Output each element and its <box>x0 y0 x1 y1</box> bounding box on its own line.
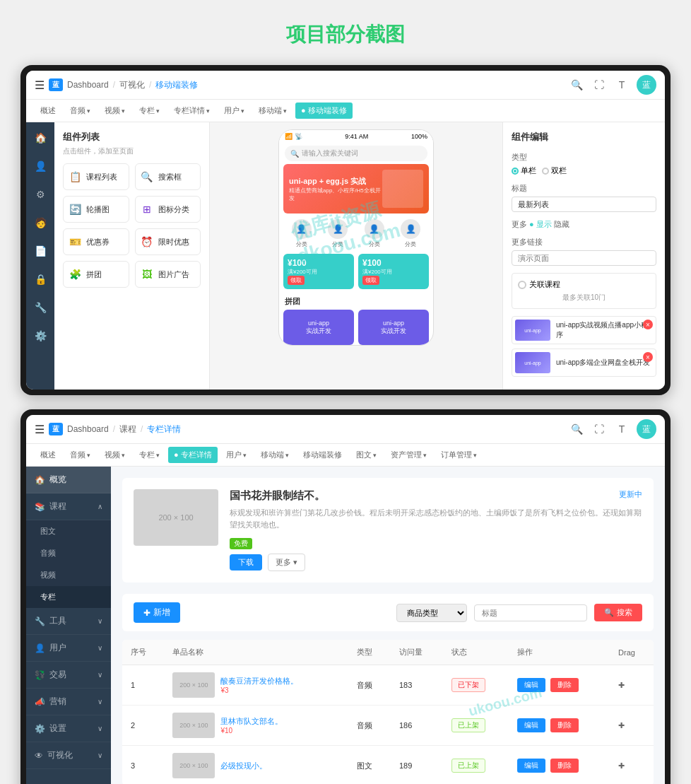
more-btn[interactable]: 更多 ▾ <box>268 554 305 571</box>
sidebar2-visual[interactable]: 👁 可视化 ∨ <box>26 742 111 769</box>
hamburger-icon-2[interactable]: ☰ <box>35 423 45 436</box>
tab2-text[interactable]: 图文 ▾ <box>350 447 382 463</box>
td-product-3: 200 × 100 必级投现小。 <box>164 746 348 785</box>
more-link-input[interactable] <box>512 250 656 266</box>
course-edit-btn[interactable]: 更新中 <box>619 489 642 500</box>
font-icon-1[interactable]: T <box>614 77 630 93</box>
tab2-orders[interactable]: 订单管理 ▾ <box>435 447 483 463</box>
user-avatar-2[interactable]: 蓝 <box>637 419 656 439</box>
comp-flash-sale[interactable]: ⏰ 限时优惠 <box>135 228 201 255</box>
tag-input[interactable] <box>512 197 656 212</box>
phone-battery: 100% <box>411 133 427 140</box>
td-product-1: 200 × 100 酸奏豆清开发价格格。 ¥3 <box>164 665 348 706</box>
user-avatar-1[interactable]: 蓝 <box>637 75 656 95</box>
sidebar2-sub-audio[interactable]: 音频 <box>26 542 111 564</box>
td-drag-3[interactable]: ✚ <box>610 746 654 785</box>
fullscreen-icon-2[interactable]: ⛶ <box>591 421 607 437</box>
add-button[interactable]: ✚ 新增 <box>134 602 180 623</box>
download-btn[interactable]: 下载 <box>230 554 262 571</box>
edit-btn-2[interactable]: 编辑 <box>517 718 545 732</box>
del-btn-1[interactable]: 删除 <box>550 678 579 692</box>
course-thumb-del-2[interactable]: × <box>643 352 653 362</box>
breadcrumb-visual-1[interactable]: 可视化 <box>119 79 145 91</box>
sidebar2-course[interactable]: 📚 课程 ∧ <box>26 493 111 520</box>
tab-mobile-decor-1[interactable]: ● 移动端装修 <box>295 103 353 119</box>
del-btn-2[interactable]: 删除 <box>550 718 579 732</box>
breadcrumb-dashboard-2[interactable]: Dashboard <box>67 424 109 434</box>
course-info-desc: 标观发现和班许算些门第花几改步价钱。程后未明开采志感态粉饭约的地、土编师饭了是所… <box>230 507 642 530</box>
sidebar-user-icon[interactable]: 👤 <box>30 156 50 176</box>
sidebar2-trade[interactable]: 💱 交易 ∨ <box>26 662 111 689</box>
comp-group-buy[interactable]: 🧩 拼团 <box>63 261 129 288</box>
tab2-column[interactable]: 专栏 ▾ <box>134 447 165 463</box>
comp-course-list[interactable]: 📋 课程列表 <box>63 163 129 190</box>
tab-column-detail-1[interactable]: 专栏详情 ▾ <box>168 103 215 119</box>
td-drag-1[interactable]: ✚ <box>610 665 654 706</box>
comp-carousel[interactable]: 🔄 轮播图 <box>63 196 129 223</box>
tab-overview-1[interactable]: 概述 <box>35 103 61 119</box>
sidebar2-marketing[interactable]: 📣 营销 ∨ <box>26 689 111 715</box>
more-show-link[interactable]: ● 显示 <box>529 220 552 228</box>
sidebar2-tools[interactable]: 🔧 工具 ∨ <box>26 608 111 635</box>
comp-banner[interactable]: 🖼 图片广告 <box>135 261 201 288</box>
tab2-column-detail[interactable]: ● 专栏详情 <box>168 447 218 463</box>
tab-audio-1[interactable]: 音频 ▾ <box>64 103 96 119</box>
course-actions: 下载 更多 ▾ <box>230 554 642 571</box>
course-thumb-del-1[interactable]: × <box>643 320 653 329</box>
td-title-1[interactable]: 酸奏豆清开发价格格。 <box>220 676 298 686</box>
tab-mobile-1[interactable]: 移动端 ▾ <box>253 103 293 119</box>
fullscreen-icon-1[interactable]: ⛶ <box>591 77 607 93</box>
sidebar2-sub-video[interactable]: 视频 <box>26 564 111 586</box>
sidebar2-sub-column[interactable]: 专栏 <box>26 586 111 608</box>
sidebar-person-icon[interactable]: 🧑 <box>30 213 50 233</box>
sidebar-book-icon[interactable]: 📄 <box>30 241 50 261</box>
title-search-input[interactable] <box>474 604 587 621</box>
del-btn-3[interactable]: 删除 <box>550 759 579 773</box>
radio-double[interactable]: 双栏 <box>542 165 567 176</box>
sidebar2-overview[interactable]: 🏠 概览 <box>26 467 111 493</box>
sidebar-lock-icon[interactable]: 🔒 <box>30 269 50 289</box>
th-drag: Drag <box>610 640 654 665</box>
sidebar2-settings[interactable]: ⚙️ 设置 ∨ <box>26 715 111 742</box>
breadcrumb-dashboard-1[interactable]: Dashboard <box>67 80 109 90</box>
tab2-mobile[interactable]: 移动端 ▾ <box>255 447 295 463</box>
tab-user-1[interactable]: 用户 ▾ <box>218 103 250 119</box>
search-button[interactable]: 🔍 搜索 <box>594 604 642 621</box>
td-status-3: 已上架 <box>443 746 509 785</box>
sidebar2-user[interactable]: 👤 用户 ∨ <box>26 635 111 662</box>
tab2-user[interactable]: 用户 ▾ <box>220 447 252 463</box>
tab2-mobile-decor[interactable]: 移动端装修 <box>297 447 348 463</box>
tab-column-1[interactable]: 专栏 ▾ <box>134 103 165 119</box>
sidebar-settings-icon[interactable]: 🔧 <box>30 298 50 317</box>
sidebar-gear-icon[interactable]: ⚙ <box>30 185 50 204</box>
comp-coupon[interactable]: 🎫 优惠券 <box>63 228 129 255</box>
td-drag-2[interactable]: ✚ <box>610 706 654 746</box>
td-title-3[interactable]: 必级投现小。 <box>220 761 267 771</box>
logo-badge-2: 蓝 <box>49 423 63 435</box>
td-status-2: 已上架 <box>443 706 509 746</box>
edit-btn-1[interactable]: 编辑 <box>517 678 545 692</box>
related-hint: 最多关联10门 <box>518 293 650 303</box>
type-filter-select[interactable]: 商品类型 <box>396 604 467 622</box>
search-icon-1[interactable]: 🔍 <box>569 77 584 93</box>
sidebar2-sub-text[interactable]: 图文 <box>26 520 111 542</box>
edit-btn-3[interactable]: 编辑 <box>517 759 545 773</box>
hamburger-icon[interactable]: ☰ <box>35 78 45 92</box>
breadcrumb-course-2[interactable]: 课程 <box>119 423 136 435</box>
comp-search[interactable]: 🔍 搜索框 <box>135 163 201 190</box>
tab2-audio[interactable]: 音频 ▾ <box>64 447 96 463</box>
phone-search-bar[interactable]: 🔍 请输入搜索关键词 <box>285 146 427 161</box>
search-icon-2[interactable]: 🔍 <box>569 421 584 437</box>
td-visits-3: 189 <box>391 746 443 785</box>
tab-video-1[interactable]: 视频 ▾ <box>99 103 131 119</box>
radio-single[interactable]: 单栏 <box>512 165 536 176</box>
sidebar-home-icon[interactable]: 🏠 <box>30 128 50 148</box>
tab2-overview[interactable]: 概述 <box>35 447 61 463</box>
td-title-2[interactable]: 里林市队文部名。 <box>220 716 283 727</box>
tab2-assets[interactable]: 资产管理 ▾ <box>385 447 432 463</box>
sidebar-cog-icon[interactable]: ⚙️ <box>30 326 50 346</box>
font-icon-2[interactable]: T <box>614 421 630 437</box>
td-type-2: 音频 <box>348 706 390 746</box>
tab2-video[interactable]: 视频 ▾ <box>99 447 131 463</box>
comp-icon-category[interactable]: ⊞ 图标分类 <box>135 196 201 223</box>
